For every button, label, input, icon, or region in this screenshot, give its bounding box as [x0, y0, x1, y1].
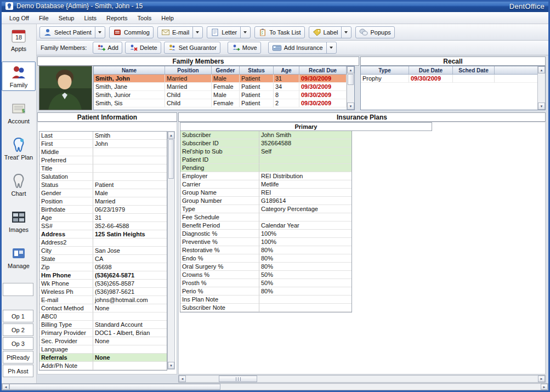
scroll-thumb[interactable] — [219, 376, 257, 382]
insurance-row[interactable]: EmployerREI Distribution — [180, 172, 351, 180]
patient-info-row[interactable]: Wireless Ph(536)987-5621 — [39, 288, 167, 296]
insurance-row[interactable]: CarrierMetlife — [180, 180, 351, 189]
sidebar-item-appts[interactable]: 18 Appts — [2, 25, 36, 55]
patient-info-row[interactable]: Hm Phone(536)624-5871 — [39, 271, 167, 280]
insurance-row[interactable]: Prosth %50% — [180, 279, 351, 287]
patient-info-row[interactable]: Billing TypeStandard Account — [39, 321, 167, 329]
sidebar-item-family[interactable]: Family — [2, 61, 36, 91]
label-dropdown[interactable] — [341, 27, 348, 38]
insurance-row[interactable]: Pending — [180, 164, 351, 172]
patient-info-row[interactable]: PositionMarried — [39, 197, 167, 206]
insurance-row[interactable]: Restorative %80% — [180, 246, 351, 254]
patient-info-row[interactable]: CitySan Jose — [39, 247, 167, 255]
add-insurance-dropdown[interactable] — [326, 42, 333, 53]
insurance-row[interactable]: Benefit PeriodCalendar Year — [180, 221, 351, 230]
patient-info-row[interactable]: E-mailjohns@hotmail.com — [39, 296, 167, 304]
patient-info-row[interactable]: LastSmith — [39, 132, 167, 140]
scroll-thumb[interactable] — [168, 139, 174, 179]
menu-item-file[interactable]: File — [34, 13, 54, 23]
op-button-op-2[interactable]: Op 2 — [3, 323, 33, 336]
patient-info-row[interactable]: ReferralsNone — [39, 354, 167, 362]
patient-info-row[interactable]: ABC0 — [39, 313, 167, 321]
patient-info-row[interactable]: Sec. ProviderNone — [39, 337, 167, 345]
select-patient-dropdown[interactable] — [95, 27, 101, 38]
menu-item-setup[interactable]: Setup — [54, 13, 80, 23]
op-button-ph-asst[interactable]: Ph Asst — [3, 365, 33, 377]
patient-info-row[interactable]: Zip05698 — [39, 263, 167, 271]
recall-grid-scrollbar[interactable]: ▲ ▼ — [537, 66, 545, 110]
op-button-ptready[interactable]: PtReady — [3, 351, 33, 363]
scroll-right-icon[interactable]: ► — [541, 384, 548, 390]
sidebar-item-manage[interactable]: Manage — [2, 242, 36, 272]
insurance-row[interactable]: Perio %80% — [180, 287, 351, 296]
insurance-row[interactable]: Rel'ship to SubSelf — [180, 147, 351, 156]
sidebar-item-chart[interactable]: Chart — [2, 170, 36, 200]
letter-dropdown[interactable] — [240, 27, 247, 38]
patient-info-row[interactable]: SS#352-66-4588 — [39, 222, 167, 230]
scroll-track[interactable] — [186, 376, 538, 382]
insurance-hscrollbar[interactable]: ◄ ► — [178, 375, 546, 383]
scroll-down-icon[interactable]: ▼ — [168, 362, 174, 369]
insurance-row[interactable]: Fee Schedule — [180, 213, 351, 221]
patient-info-row[interactable]: Preferred — [39, 156, 167, 164]
patient-info-row[interactable]: Age31 — [39, 214, 167, 222]
add-family-member-button[interactable]: Add — [93, 42, 122, 54]
patient-info-row[interactable]: FirstJohn — [39, 140, 167, 148]
patient-info-row[interactable]: Primary ProviderDOC1 - Albert, Brian — [39, 329, 167, 337]
menu-item-tools[interactable]: Tools — [133, 13, 157, 23]
select-patient-button[interactable]: Select Patient — [39, 26, 105, 38]
patient-info-row[interactable]: Addr/Ph Note — [39, 362, 167, 370]
patient-info-row[interactable]: Middle — [39, 148, 167, 156]
patient-info-row[interactable]: Salutation — [39, 173, 167, 181]
insurance-row[interactable]: Preventive %100% — [180, 238, 351, 246]
insurance-row[interactable]: Subscriber ID352664588 — [180, 139, 351, 147]
scroll-up-icon[interactable]: ▲ — [168, 132, 174, 139]
add-insurance-button[interactable]: Add Insurance — [268, 42, 337, 54]
menu-item-help[interactable]: Help — [156, 13, 179, 23]
insurance-row[interactable]: Group NameREI — [180, 189, 351, 197]
op-button-op-1[interactable]: Op 1 — [3, 310, 33, 322]
patient-info-row[interactable]: Address125 Satin Heights — [39, 230, 167, 238]
scroll-up-icon[interactable]: ▲ — [347, 66, 354, 73]
patient-info-scrollbar[interactable]: ▲ ▼ — [167, 131, 175, 370]
op-button-op-3[interactable]: Op 3 — [3, 337, 33, 350]
patient-info-row[interactable]: GenderMale — [39, 189, 167, 197]
insurance-row[interactable]: Patient ID — [180, 156, 351, 164]
patient-info-row[interactable]: Language — [39, 345, 167, 354]
titlebar[interactable]: Demo Database {Admin} - Smith, John - 15… — [0, 0, 550, 12]
scroll-thumb[interactable] — [348, 74, 354, 85]
insurance-row[interactable]: SubscriberJohn Smith — [180, 131, 351, 139]
family-member-row[interactable]: Smith, SisChildFemalePatient209/30/2009 — [94, 99, 347, 107]
insurance-row[interactable]: Endo %80% — [180, 254, 351, 263]
recall-row[interactable]: Prophy09/30/2009 — [361, 75, 537, 83]
primary-plan-header[interactable]: Primary — [180, 122, 432, 131]
patient-info-row[interactable]: Contact MethodNone — [39, 304, 167, 313]
sidebar-item-account[interactable]: $ Account — [2, 98, 36, 127]
email-button[interactable]: E-mail — [157, 26, 203, 38]
scroll-down-icon[interactable]: ▼ — [347, 103, 354, 110]
menu-item-reports[interactable]: Reports — [101, 13, 133, 23]
insurance-row[interactable]: Subscriber Note — [180, 304, 351, 312]
family-member-row[interactable]: Smith, JohnMarriedMalePatient3109/30/200… — [94, 75, 347, 83]
insurance-row[interactable]: TypeCategory Percentage — [180, 205, 351, 213]
insurance-row[interactable]: Oral Surgery %80% — [180, 263, 351, 271]
popups-button[interactable]: Popups — [355, 26, 394, 38]
email-dropdown[interactable] — [192, 27, 199, 38]
insurance-row[interactable]: Diagnostic %100% — [180, 230, 351, 238]
scroll-up-icon[interactable]: ▲ — [538, 66, 545, 73]
letter-button[interactable]: Letter — [207, 26, 251, 38]
scroll-track[interactable] — [9, 384, 541, 390]
family-grid-scrollbar[interactable]: ▲ ▼ — [347, 66, 354, 110]
patient-info-row[interactable]: Address2 — [39, 238, 167, 247]
move-button[interactable]: Move — [228, 42, 261, 54]
patient-info-row[interactable]: StatusPatient — [39, 181, 167, 189]
insurance-row[interactable]: Crowns %50% — [180, 271, 351, 279]
insurance-row[interactable]: Ins Plan Note — [180, 296, 351, 304]
label-button[interactable]: Label — [309, 26, 352, 38]
family-member-row[interactable]: Smith, JuniorChildMalePatient809/30/2009 — [94, 91, 347, 99]
delete-family-member-button[interactable]: Delete — [125, 42, 161, 54]
scroll-left-icon[interactable]: ◄ — [179, 376, 186, 382]
patient-info-row[interactable]: Birthdate06/23/1979 — [39, 206, 167, 214]
patient-info-row[interactable]: Title — [39, 164, 167, 173]
menu-item-lists[interactable]: Lists — [79, 13, 101, 23]
